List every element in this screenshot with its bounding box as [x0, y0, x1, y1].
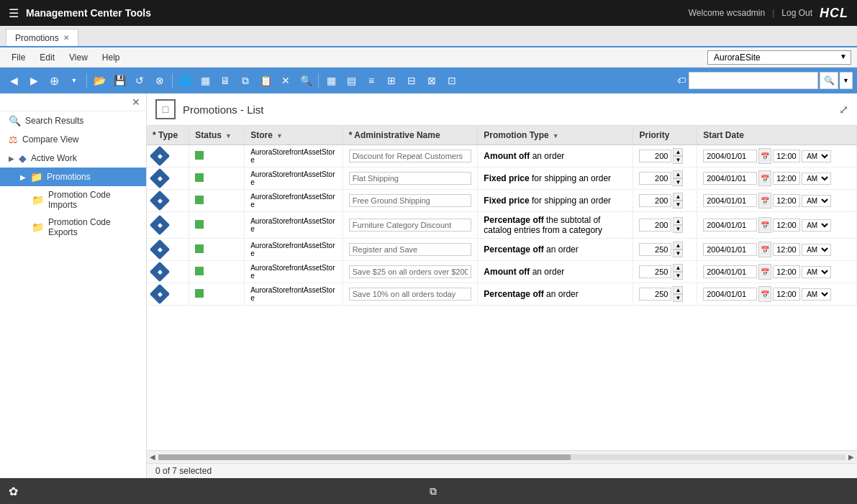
- sidebar-item-compare-view[interactable]: ⚖ Compare View: [0, 130, 146, 149]
- paste-button[interactable]: 📋: [256, 71, 275, 90]
- sidebar-item-active-work[interactable]: ▶ ◆ Active Work: [0, 149, 146, 168]
- ampm-select[interactable]: AM PM: [802, 266, 831, 278]
- priority-input[interactable]: [639, 172, 671, 185]
- search-button[interactable]: 🔍: [820, 72, 838, 89]
- sidebar-item-promotions[interactable]: ▶ 📁 Promotions: [0, 168, 146, 186]
- split-button[interactable]: ⊠: [422, 71, 441, 90]
- date-input[interactable]: [703, 265, 757, 278]
- time-input[interactable]: [773, 265, 800, 278]
- priority-up-button[interactable]: ▲: [673, 148, 683, 156]
- date-input[interactable]: [703, 288, 757, 301]
- calendar-button[interactable]: 📅: [758, 193, 771, 209]
- stop-button[interactable]: ⊗: [150, 71, 169, 90]
- calendar-button[interactable]: 📅: [758, 148, 771, 164]
- priority-up-button[interactable]: ▲: [673, 217, 683, 225]
- time-input[interactable]: [773, 243, 800, 256]
- priority-input[interactable]: [639, 265, 671, 278]
- ampm-select[interactable]: AM PM: [802, 173, 831, 185]
- scroll-right-button[interactable]: ▶: [848, 453, 854, 461]
- calendar-button[interactable]: 📅: [758, 264, 771, 280]
- back-button[interactable]: ◀: [4, 71, 23, 90]
- admin-name-input[interactable]: [349, 194, 472, 207]
- date-input[interactable]: [703, 172, 757, 185]
- priority-input[interactable]: [639, 288, 671, 301]
- forward-button[interactable]: ▶: [24, 71, 43, 90]
- priority-up-button[interactable]: ▲: [673, 193, 683, 201]
- refresh-button[interactable]: ↺: [130, 71, 149, 90]
- calendar-button[interactable]: 📅: [758, 286, 771, 302]
- expand-button[interactable]: ⊡: [443, 71, 461, 90]
- priority-up-button[interactable]: ▲: [673, 170, 683, 178]
- rows-button[interactable]: ≡: [362, 71, 381, 90]
- priority-down-button[interactable]: ▼: [673, 225, 683, 233]
- admin-name-input[interactable]: [349, 172, 472, 185]
- expand-panel-button[interactable]: ⤢: [839, 103, 848, 116]
- priority-up-button[interactable]: ▲: [673, 242, 683, 249]
- delete-button[interactable]: ✕: [276, 71, 295, 90]
- ampm-select[interactable]: AM PM: [802, 288, 831, 301]
- priority-input[interactable]: [639, 150, 671, 162]
- ampm-select[interactable]: AM PM: [802, 150, 831, 162]
- admin-name-input[interactable]: [349, 219, 472, 232]
- table2-button[interactable]: ▤: [342, 71, 361, 90]
- priority-input[interactable]: [639, 194, 671, 207]
- copy-button[interactable]: ⧉: [236, 71, 255, 90]
- scroll-track[interactable]: [158, 454, 845, 460]
- date-input[interactable]: [703, 219, 757, 232]
- col-status[interactable]: Status ▼: [189, 126, 245, 145]
- time-input[interactable]: [773, 219, 800, 232]
- date-input[interactable]: [703, 150, 757, 162]
- sidebar-item-search-results[interactable]: 🔍 Search Results: [0, 111, 146, 130]
- priority-down-button[interactable]: ▼: [673, 294, 683, 302]
- ampm-select[interactable]: AM PM: [802, 244, 831, 256]
- col-promo-type[interactable]: Promotion Type ▼: [478, 126, 633, 145]
- hamburger-menu[interactable]: ☰: [9, 6, 19, 20]
- calendar-button[interactable]: 📅: [758, 170, 771, 186]
- add-dropdown-button[interactable]: ▼: [65, 71, 83, 90]
- merge-button[interactable]: ⊟: [402, 71, 421, 90]
- sidebar-item-promo-code-imports[interactable]: 📁 Promotion Code Imports: [0, 186, 146, 214]
- calendar-button[interactable]: 📅: [758, 242, 771, 257]
- logout-link[interactable]: Log Out: [781, 8, 812, 18]
- priority-up-button[interactable]: ▲: [673, 286, 683, 294]
- scroll-left-button[interactable]: ◀: [150, 453, 155, 461]
- search-dropdown-button[interactable]: ▼: [840, 72, 853, 89]
- ampm-select[interactable]: AM PM: [802, 219, 831, 232]
- priority-down-button[interactable]: ▼: [673, 249, 683, 257]
- priority-input[interactable]: [639, 219, 671, 232]
- tab-close-icon[interactable]: ✕: [63, 34, 69, 42]
- time-input[interactable]: [773, 288, 800, 301]
- priority-down-button[interactable]: ▼: [673, 178, 683, 186]
- menu-view[interactable]: View: [63, 50, 94, 65]
- calendar-button[interactable]: 📅: [758, 217, 771, 233]
- date-input[interactable]: [703, 243, 757, 256]
- admin-name-input[interactable]: [349, 243, 472, 256]
- priority-up-button[interactable]: ▲: [673, 264, 683, 272]
- save-button[interactable]: 💾: [110, 71, 129, 90]
- add-button[interactable]: ⊕: [45, 71, 63, 90]
- table-button[interactable]: ▦: [322, 71, 340, 90]
- time-input[interactable]: [773, 172, 800, 185]
- horizontal-scrollbar[interactable]: ◀ ▶: [147, 450, 857, 463]
- admin-name-input[interactable]: [349, 288, 472, 301]
- menu-help[interactable]: Help: [96, 50, 126, 65]
- date-input[interactable]: [703, 194, 757, 207]
- open-button[interactable]: 📂: [90, 71, 109, 90]
- admin-name-input[interactable]: [349, 265, 472, 278]
- tab-promotions[interactable]: Promotions ✕: [6, 29, 78, 46]
- grid-button[interactable]: ▦: [196, 71, 214, 90]
- store-selector[interactable]: AuroraESite: [707, 50, 851, 65]
- menu-edit[interactable]: Edit: [34, 50, 60, 65]
- col-store[interactable]: Store ▼: [245, 126, 343, 145]
- sidebar-item-promo-code-exports[interactable]: 📁 Promotion Code Exports: [0, 214, 146, 241]
- menu-file[interactable]: File: [6, 50, 31, 65]
- search-input[interactable]: [689, 72, 818, 89]
- priority-down-button[interactable]: ▼: [673, 156, 683, 164]
- globe-button[interactable]: 🌐: [176, 71, 194, 90]
- priority-down-button[interactable]: ▼: [673, 272, 683, 280]
- monitor-button[interactable]: 🖥: [216, 71, 235, 90]
- time-input[interactable]: [773, 150, 800, 162]
- admin-name-input[interactable]: [349, 150, 472, 162]
- ampm-select[interactable]: AM PM: [802, 195, 831, 207]
- search-small-button[interactable]: 🔍: [296, 71, 315, 90]
